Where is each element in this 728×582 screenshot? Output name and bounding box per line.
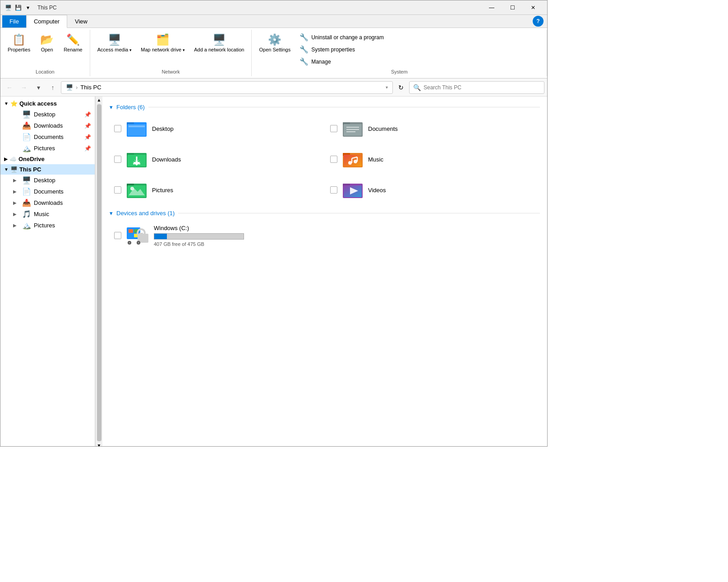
sidebar-item-pictures-pc[interactable]: ▶ 🏔️ Pictures bbox=[8, 220, 95, 231]
ribbon-group-network-items: 🖥️ Access media ▾ 🗂️ Map network drive ▾… bbox=[94, 32, 248, 67]
scrollbar-down[interactable]: ▼ bbox=[96, 442, 102, 447]
desktop-pc-label: Desktop bbox=[34, 177, 55, 184]
sidebar-item-downloads-pc[interactable]: ▶ 📥 Downloads bbox=[8, 197, 95, 208]
desktop-qa-pin: 📌 bbox=[84, 111, 91, 118]
folder-check-music[interactable] bbox=[330, 156, 337, 163]
drive-item-windows-c[interactable]: Windows (C:) 407 GB free of 475 GB bbox=[110, 220, 540, 251]
properties-icon: 📋 bbox=[12, 33, 26, 46]
tab-computer[interactable]: Computer bbox=[26, 15, 67, 28]
sidebar-item-documents-pc[interactable]: ▶ 📄 Documents bbox=[8, 186, 95, 197]
forward-button[interactable]: → bbox=[18, 81, 30, 94]
folder-check-pictures[interactable] bbox=[114, 186, 121, 194]
sidebar-item-desktop-pc[interactable]: ▶ 🖥️ Desktop bbox=[8, 175, 95, 186]
folder-name-desktop: Desktop bbox=[152, 125, 174, 132]
up-button[interactable]: ↑ bbox=[46, 81, 59, 94]
svg-rect-3 bbox=[129, 125, 145, 127]
documents-pc-icon: 📄 bbox=[22, 187, 31, 196]
manage-icon: 🔧 bbox=[299, 57, 309, 66]
devices-section-label: Devices and drives (1) bbox=[116, 210, 175, 217]
maximize-button[interactable]: ☐ bbox=[502, 0, 523, 15]
desktop-qa-label: Desktop bbox=[34, 111, 55, 118]
folder-name-videos: Videos bbox=[368, 187, 386, 194]
ribbon-btn-open[interactable]: 📂 Open bbox=[36, 32, 58, 55]
folders-section-label: Folders (6) bbox=[116, 104, 145, 111]
sidebar-item-music-pc[interactable]: ▶ 🎵 Music bbox=[8, 208, 95, 220]
sidebar: ▼ ⭐ Quick access 🖥️ Desktop 📌 📥 Download… bbox=[0, 97, 95, 447]
ribbon-btn-access-media[interactable]: 🖥️ Access media ▾ bbox=[94, 32, 136, 55]
search-input[interactable] bbox=[424, 84, 540, 91]
downloads-pc-label: Downloads bbox=[34, 199, 63, 206]
documents-qa-label: Documents bbox=[34, 134, 64, 140]
add-location-label: Add a network location bbox=[194, 47, 244, 53]
content-area: ▾ Folders (6) Desktop bbox=[102, 97, 547, 447]
downloads-pc-icon: 📥 bbox=[22, 199, 31, 207]
music-pc-label: Music bbox=[34, 211, 49, 217]
folder-icon-downloads bbox=[126, 148, 147, 170]
ribbon: 📋 Properties 📂 Open ✏️ Rename Location 🖥… bbox=[0, 28, 547, 79]
folder-check-documents[interactable] bbox=[330, 125, 337, 132]
scrollbar-up[interactable]: ▲ bbox=[96, 97, 102, 103]
devices-chevron-icon: ▾ bbox=[110, 210, 113, 217]
folder-item-downloads[interactable]: Downloads bbox=[110, 145, 324, 174]
devices-section-header[interactable]: ▾ Devices and drives (1) bbox=[110, 210, 540, 217]
svg-point-44 bbox=[129, 242, 130, 244]
ribbon-btn-add-location[interactable]: 🖥️ Add a network location bbox=[190, 32, 248, 55]
folder-item-pictures[interactable]: Pictures bbox=[110, 176, 324, 204]
ribbon-btn-open-settings[interactable]: ⚙️ Open Settings bbox=[255, 32, 294, 55]
refresh-button[interactable]: ↻ bbox=[395, 81, 407, 94]
tab-view[interactable]: View bbox=[67, 15, 95, 28]
address-path-field[interactable]: 🖥️ › This PC ▾ bbox=[61, 81, 393, 94]
qat-dropdown[interactable]: ▾ bbox=[24, 4, 32, 12]
folder-check-desktop[interactable] bbox=[114, 125, 121, 132]
ribbon-tab-bar: File Computer View ? bbox=[0, 15, 547, 28]
folders-chevron-icon: ▾ bbox=[110, 104, 113, 111]
pictures-qa-label: Pictures bbox=[34, 145, 55, 152]
folders-section-header[interactable]: ▾ Folders (6) bbox=[110, 104, 540, 111]
sidebar-item-documents-qa[interactable]: 📄 Documents 📌 bbox=[8, 131, 95, 143]
folder-item-music[interactable]: Music bbox=[326, 145, 540, 174]
folder-check-downloads[interactable] bbox=[114, 156, 121, 163]
window-title: This PC bbox=[37, 5, 57, 11]
vertical-scrollbar[interactable]: ▲ ▼ bbox=[95, 97, 102, 447]
thispc-icon: 🖥️ bbox=[10, 166, 18, 173]
downloads-qa-icon: 📥 bbox=[22, 121, 31, 130]
folder-check-videos[interactable] bbox=[330, 186, 337, 194]
sidebar-item-pictures-qa[interactable]: 🏔️ Pictures 📌 bbox=[8, 143, 95, 154]
ribbon-group-location-items: 📋 Properties 📂 Open ✏️ Rename bbox=[4, 32, 86, 67]
ribbon-group-system-items: ⚙️ Open Settings 🔧 Uninstall or change a… bbox=[255, 32, 543, 67]
dropdown-recent-button[interactable]: ▾ bbox=[32, 81, 45, 94]
sidebar-thispc-header[interactable]: ▼ 🖥️ This PC bbox=[0, 164, 95, 175]
downloads-qa-pin: 📌 bbox=[84, 123, 91, 129]
open-settings-label: Open Settings bbox=[259, 47, 290, 53]
pictures-pc-expand: ▶ bbox=[13, 223, 19, 228]
folder-item-documents[interactable]: Documents bbox=[326, 114, 540, 143]
sidebar-item-desktop-qa[interactable]: 🖥️ Desktop 📌 bbox=[8, 109, 95, 120]
sidebar-onedrive-header[interactable]: ▶ ☁️ OneDrive bbox=[0, 154, 95, 164]
system-buttons-vertical: 🔧 Uninstall or change a program 🔧 System… bbox=[296, 32, 543, 67]
folder-item-videos[interactable]: Videos bbox=[326, 176, 540, 204]
ribbon-btn-map-drive[interactable]: 🗂️ Map network drive ▾ bbox=[137, 32, 189, 55]
close-button[interactable]: ✕ bbox=[523, 0, 544, 15]
back-button[interactable]: ← bbox=[3, 81, 16, 94]
sidebar-item-downloads-qa[interactable]: 📥 Downloads 📌 bbox=[8, 120, 95, 131]
ribbon-btn-system-properties[interactable]: 🔧 System properties bbox=[296, 44, 543, 55]
minimize-button[interactable]: — bbox=[481, 0, 502, 15]
sidebar-quick-access-header[interactable]: ▼ ⭐ Quick access bbox=[0, 98, 95, 109]
folder-icon-pictures bbox=[126, 179, 147, 201]
quick-access-children: 🖥️ Desktop 📌 📥 Downloads 📌 📄 Documents 📌… bbox=[0, 109, 95, 154]
drive-check-windows-c[interactable] bbox=[114, 232, 121, 239]
ribbon-btn-manage[interactable]: 🔧 Manage bbox=[296, 56, 543, 67]
folder-item-desktop[interactable]: Desktop bbox=[110, 114, 324, 143]
ribbon-btn-rename[interactable]: ✏️ Rename bbox=[60, 32, 86, 55]
map-drive-icon: 🗂️ bbox=[156, 33, 170, 46]
scrollbar-thumb[interactable] bbox=[97, 104, 101, 441]
help-icon[interactable]: ? bbox=[533, 16, 544, 27]
add-location-icon: 🖥️ bbox=[212, 33, 226, 46]
tab-file[interactable]: File bbox=[2, 15, 26, 28]
qat-icon1[interactable]: 💾 bbox=[14, 4, 22, 12]
ribbon-btn-properties[interactable]: 📋 Properties bbox=[4, 32, 34, 55]
ribbon-btn-uninstall[interactable]: 🔧 Uninstall or change a program bbox=[296, 32, 543, 43]
search-box: 🔍 bbox=[409, 81, 544, 94]
path-separator: › bbox=[76, 84, 78, 91]
folder-name-pictures: Pictures bbox=[152, 187, 173, 194]
